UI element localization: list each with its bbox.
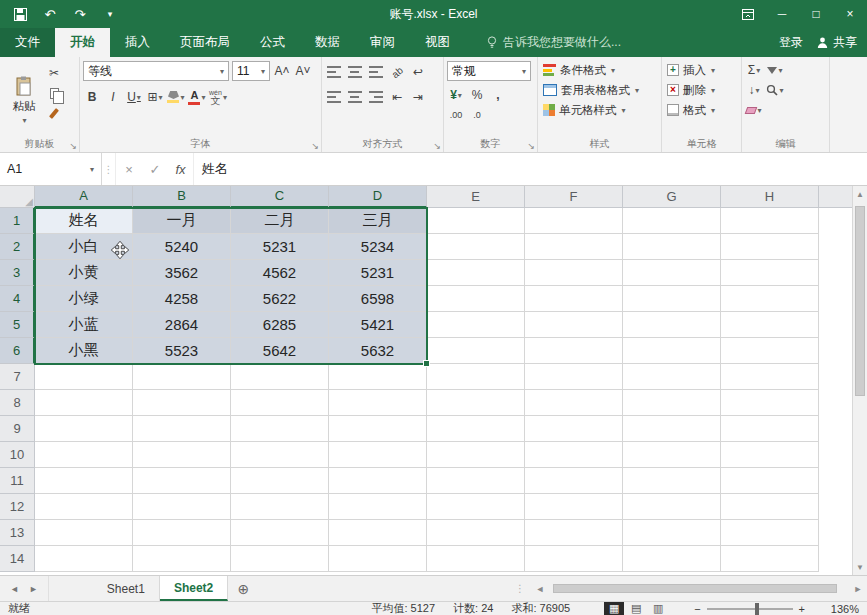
save-button[interactable] (12, 6, 28, 22)
cell-B14[interactable] (133, 546, 231, 572)
cell-A13[interactable] (35, 520, 133, 546)
cell-B1[interactable]: 一月 (133, 208, 231, 234)
paste-dropdown-icon[interactable]: ▾ (22, 116, 26, 125)
cell-E4[interactable] (427, 286, 525, 312)
cell-F7[interactable] (525, 364, 623, 390)
middle-align-button[interactable] (346, 63, 364, 81)
cell-D8[interactable] (329, 390, 427, 416)
cell-C13[interactable] (231, 520, 329, 546)
ribbon-tab-开始[interactable]: 开始 (55, 28, 110, 57)
cell-D10[interactable] (329, 442, 427, 468)
row-header-4[interactable]: 4 (0, 286, 35, 312)
fill-button[interactable]: ↓▾ (745, 81, 763, 99)
comma-style-button[interactable]: , (489, 86, 507, 104)
format-cells-button[interactable]: 格式 ▾ (665, 100, 738, 120)
row-header-11[interactable]: 11 (0, 468, 35, 494)
column-header-F[interactable]: F (525, 186, 623, 208)
cell-E7[interactable] (427, 364, 525, 390)
bottom-align-button[interactable] (367, 63, 385, 81)
close-button[interactable]: × (833, 0, 867, 28)
cell-F10[interactable] (525, 442, 623, 468)
minimize-button[interactable]: ─ (765, 0, 799, 28)
align-center-button[interactable] (346, 88, 364, 106)
format-as-table-button[interactable]: 套用表格格式 ▾ (541, 80, 658, 100)
cell-D13[interactable] (329, 520, 427, 546)
name-box[interactable]: A1 ▾ (0, 153, 102, 185)
cell-C12[interactable] (231, 494, 329, 520)
font-color-button[interactable]: A▾ (188, 88, 206, 106)
page-break-view-button[interactable]: ▥ (648, 602, 668, 615)
tell-me-box[interactable]: 告诉我您想要做什么... (487, 28, 621, 57)
column-header-E[interactable]: E (427, 186, 525, 208)
cell-D3[interactable]: 5231 (329, 260, 427, 286)
cell-G5[interactable] (623, 312, 721, 338)
cell-A1[interactable]: 姓名 (35, 208, 133, 234)
cell-F8[interactable] (525, 390, 623, 416)
cell-A4[interactable]: 小绿 (35, 286, 133, 312)
scroll-left-icon[interactable]: ◄ (533, 584, 547, 594)
cell-E6[interactable] (427, 338, 525, 364)
cell-B6[interactable]: 5523 (133, 338, 231, 364)
select-all-button[interactable]: ◢ (0, 186, 35, 208)
accounting-format-button[interactable]: ¥▾ (447, 86, 465, 104)
cell-B7[interactable] (133, 364, 231, 390)
row-header-7[interactable]: 7 (0, 364, 35, 390)
cell-D9[interactable] (329, 416, 427, 442)
cell-D11[interactable] (329, 468, 427, 494)
next-sheet-button[interactable]: ► (29, 584, 38, 594)
cell-E12[interactable] (427, 494, 525, 520)
cell-G14[interactable] (623, 546, 721, 572)
increase-indent-button[interactable]: ⇥ (409, 88, 427, 106)
cell-H14[interactable] (721, 546, 819, 572)
cell-H10[interactable] (721, 442, 819, 468)
delete-cells-button[interactable]: × 删除 ▾ (665, 80, 738, 100)
cell-E2[interactable] (427, 234, 525, 260)
cut-button[interactable]: ✂ (45, 64, 63, 82)
orientation-button[interactable]: ab (384, 59, 409, 84)
cell-G4[interactable] (623, 286, 721, 312)
ribbon-tab-插入[interactable]: 插入 (110, 28, 165, 57)
top-align-button[interactable] (325, 63, 343, 81)
cell-B4[interactable]: 4258 (133, 286, 231, 312)
clipboard-dialog-launcher[interactable]: ↘ (69, 141, 77, 151)
column-header-D[interactable]: D (329, 186, 427, 208)
column-header-G[interactable]: G (623, 186, 721, 208)
scroll-right-icon[interactable]: ► (851, 584, 865, 594)
cell-C8[interactable] (231, 390, 329, 416)
formula-input[interactable]: 姓名 (194, 153, 867, 185)
number-format-combo[interactable]: 常规 ▾ (447, 61, 531, 81)
clear-button[interactable]: ▾ (745, 101, 763, 119)
prev-sheet-button[interactable]: ◄ (10, 584, 19, 594)
horizontal-scroll-thumb[interactable] (553, 584, 837, 593)
cell-H3[interactable] (721, 260, 819, 286)
cell-A9[interactable] (35, 416, 133, 442)
cell-C4[interactable]: 5622 (231, 286, 329, 312)
column-header-H[interactable]: H (721, 186, 819, 208)
cell-G11[interactable] (623, 468, 721, 494)
borders-button[interactable]: ⊞▾ (146, 88, 164, 106)
row-header-13[interactable]: 13 (0, 520, 35, 546)
cell-F13[interactable] (525, 520, 623, 546)
row-header-3[interactable]: 3 (0, 260, 35, 286)
paste-button[interactable]: 粘贴 ▾ (3, 60, 45, 136)
row-header-8[interactable]: 8 (0, 390, 35, 416)
bold-button[interactable]: B (83, 88, 101, 106)
cell-F9[interactable] (525, 416, 623, 442)
cell-H7[interactable] (721, 364, 819, 390)
cell-H6[interactable] (721, 338, 819, 364)
cell-C5[interactable]: 6285 (231, 312, 329, 338)
sort-filter-button[interactable]: ▾ (766, 61, 784, 79)
cell-D14[interactable] (329, 546, 427, 572)
customize-quick-access-button[interactable]: ▾ (102, 6, 118, 22)
cell-H11[interactable] (721, 468, 819, 494)
wrap-text-button[interactable]: ↩ (409, 63, 427, 81)
zoom-slider[interactable] (707, 608, 793, 610)
cell-H4[interactable] (721, 286, 819, 312)
undo-button[interactable]: ↶ (42, 6, 58, 22)
row-header-14[interactable]: 14 (0, 546, 35, 572)
find-select-button[interactable]: ▾ (766, 81, 784, 99)
cell-E14[interactable] (427, 546, 525, 572)
column-header-A[interactable]: A (35, 186, 133, 208)
font-dialog-launcher[interactable]: ↘ (311, 141, 319, 151)
cell-E3[interactable] (427, 260, 525, 286)
